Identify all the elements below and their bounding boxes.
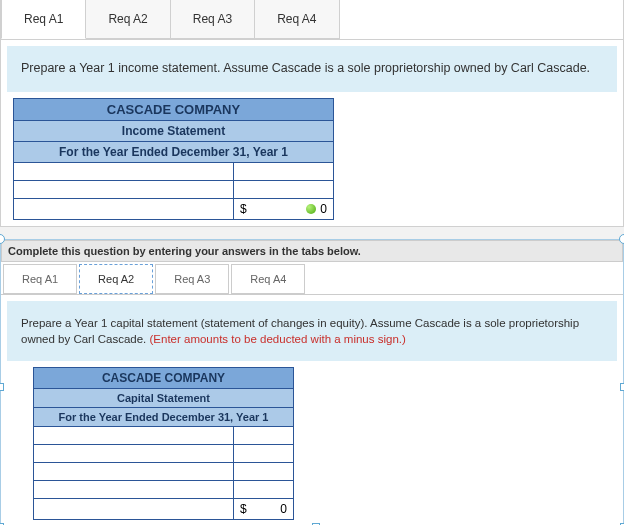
input-cell[interactable] xyxy=(34,444,234,462)
input-cell[interactable] xyxy=(234,462,294,480)
stmt-title: Income Statement xyxy=(14,120,334,141)
stmt2-title: Capital Statement xyxy=(34,388,294,407)
total-value: 0 xyxy=(280,502,287,516)
input-cell[interactable] xyxy=(234,162,334,180)
dollar-sign: $ xyxy=(240,502,247,516)
input-cell[interactable] xyxy=(34,498,234,519)
tab-strip-2: Req A1 Req A2 Req A3 Req A4 xyxy=(1,262,623,295)
input-cell[interactable] xyxy=(14,180,234,198)
input-cell[interactable] xyxy=(234,480,294,498)
instruction-1: Prepare a Year 1 income statement. Assum… xyxy=(7,46,617,92)
tab2-req-a3[interactable]: Req A3 xyxy=(155,264,229,294)
divider-instruction: Complete this question by entering your … xyxy=(1,240,623,262)
panel-capital-statement: Complete this question by entering your … xyxy=(0,239,624,526)
panel-income-statement: Req A1 Req A2 Req A3 Req A4 Prepare a Ye… xyxy=(0,0,624,227)
selection-handle-icon[interactable] xyxy=(619,234,624,244)
status-dot-icon xyxy=(306,204,316,214)
instruction-note: (Enter amounts to be deducted with a min… xyxy=(149,333,405,345)
total-cell: $ 0 xyxy=(234,198,334,219)
income-statement-table: CASCADE COMPANY Income Statement For the… xyxy=(13,98,334,220)
input-cell[interactable] xyxy=(14,198,234,219)
tab-req-a1[interactable]: Req A1 xyxy=(1,0,86,39)
tab-req-a4[interactable]: Req A4 xyxy=(255,0,339,39)
input-cell[interactable] xyxy=(14,162,234,180)
capital-statement-table: CASCADE COMPANY Capital Statement For th… xyxy=(33,367,294,520)
stmt-period: For the Year Ended December 31, Year 1 xyxy=(14,141,334,162)
input-cell[interactable] xyxy=(34,426,234,444)
input-cell[interactable] xyxy=(234,180,334,198)
stmt-company: CASCADE COMPANY xyxy=(14,98,334,120)
instruction-2: Prepare a Year 1 capital statement (stat… xyxy=(7,301,617,361)
input-cell[interactable] xyxy=(234,444,294,462)
selection-handle-icon[interactable] xyxy=(0,383,4,391)
tab-req-a3[interactable]: Req A3 xyxy=(171,0,255,39)
total-value: 0 xyxy=(320,202,327,216)
input-cell[interactable] xyxy=(34,480,234,498)
stmt2-period: For the Year Ended December 31, Year 1 xyxy=(34,407,294,426)
tab2-req-a1[interactable]: Req A1 xyxy=(3,264,77,294)
tab2-req-a2[interactable]: Req A2 xyxy=(79,264,153,294)
input-cell[interactable] xyxy=(34,462,234,480)
tab-req-a2[interactable]: Req A2 xyxy=(86,0,170,39)
stmt2-company: CASCADE COMPANY xyxy=(34,367,294,388)
dollar-sign: $ xyxy=(240,202,247,216)
tab-strip-1: Req A1 Req A2 Req A3 Req A4 xyxy=(1,0,623,40)
input-cell[interactable] xyxy=(234,426,294,444)
selection-handle-icon[interactable] xyxy=(620,383,624,391)
tab2-req-a4[interactable]: Req A4 xyxy=(231,264,305,294)
total-cell: $ 0 xyxy=(234,498,294,519)
